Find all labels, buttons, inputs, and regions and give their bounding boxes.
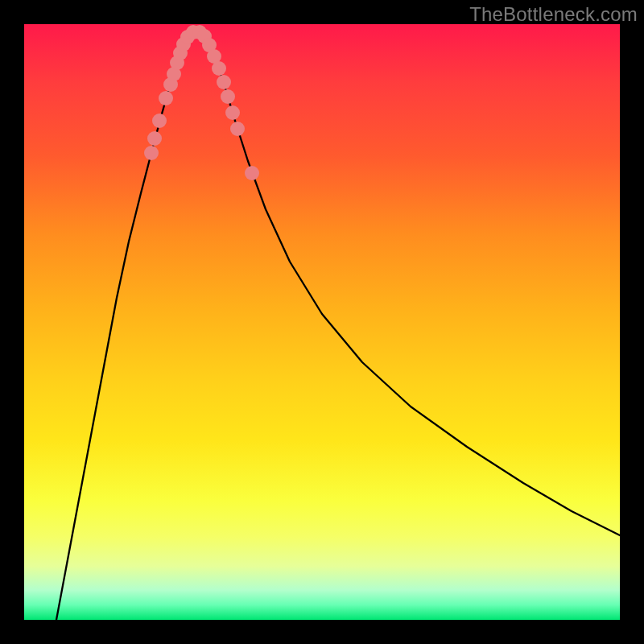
data-marker — [245, 166, 259, 180]
data-marker — [144, 146, 159, 160]
bottleneck-curve — [24, 24, 620, 620]
chart-container: TheBottleneck.com — [0, 0, 644, 644]
data-marker — [159, 91, 173, 105]
watermark-text: TheBottleneck.com — [469, 3, 638, 26]
data-marker — [221, 89, 235, 104]
data-marker — [225, 105, 240, 120]
data-marker — [230, 122, 245, 136]
plot-area — [24, 24, 620, 620]
data-marker — [147, 131, 162, 146]
curve-path — [56, 32, 620, 620]
data-marker — [152, 114, 167, 128]
data-marker — [212, 61, 226, 76]
data-marker — [217, 75, 231, 89]
